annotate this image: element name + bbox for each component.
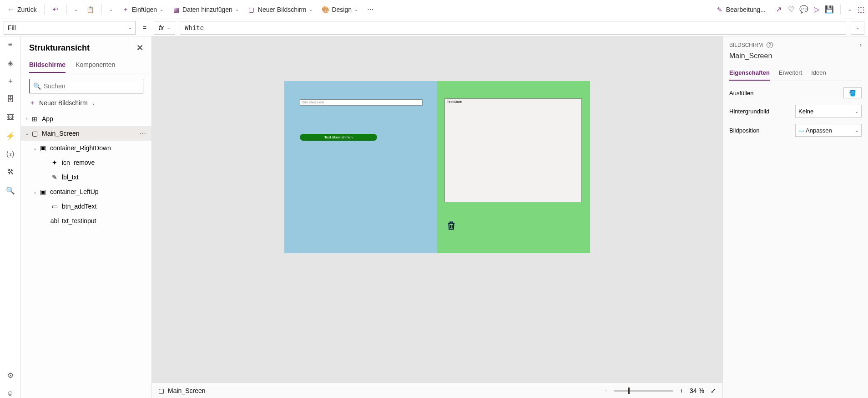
design-label: Design <box>332 6 352 13</box>
back-button[interactable]: ← Zurück <box>4 4 40 15</box>
settings-icon[interactable]: ⚙ <box>6 371 15 380</box>
play-icon[interactable]: ▷ <box>813 6 820 13</box>
zoom-in-icon[interactable]: + <box>680 387 683 394</box>
ellipsis-icon: ⋯ <box>367 6 373 13</box>
tree-item-main-screen[interactable]: ⌄ ▢ Main_Screen ⋯ <box>21 126 151 141</box>
more-icon[interactable]: ⋯ <box>140 130 146 137</box>
btn-addtext-preview[interactable]: Text übernehmen <box>300 134 377 141</box>
textinput-icon: abl <box>51 217 58 225</box>
data-icon: ▦ <box>172 6 180 13</box>
help-icon[interactable]: ? <box>767 42 773 48</box>
add-data-button[interactable]: ▦ Daten hinzufügen ⌄ <box>169 4 242 15</box>
tree-search[interactable]: 🔍 <box>29 79 143 93</box>
chevron-down-icon: ⌄ <box>309 7 313 12</box>
tree-item-label: App <box>42 115 53 122</box>
tree-item-txt-testinput[interactable]: abl txt_testinput <box>21 214 151 228</box>
chevron-down-icon: ⌄ <box>160 7 163 12</box>
prop-bgimage-label: Hintergrundbild <box>729 108 769 115</box>
tree-item-label: btn_addText <box>62 203 96 210</box>
tree-title: Strukturansicht <box>29 43 90 53</box>
tools-icon[interactable]: 🛠 <box>6 168 15 177</box>
fit-icon: ▭ <box>798 127 804 134</box>
variables-icon[interactable]: (𝑥) <box>6 149 15 158</box>
data-icon[interactable]: 🗄 <box>6 95 15 104</box>
zoom-slider[interactable] <box>614 390 673 392</box>
tree-view-icon[interactable]: ◈ <box>6 58 15 67</box>
share-icon[interactable]: ↗ <box>775 6 782 13</box>
new-screen-tree-button[interactable]: ＋ Neuer Bildschirm ⌄ <box>29 99 143 107</box>
trash-icon[interactable] <box>446 219 456 232</box>
tree-item-label: icn_remove <box>62 159 95 166</box>
tree-item-label: container_RightDown <box>50 144 111 152</box>
power-automate-icon[interactable]: ⚡ <box>6 131 15 140</box>
close-icon[interactable]: ✕ <box>136 43 143 53</box>
prop-fill-label: Ausfüllen <box>729 90 753 97</box>
canvas-viewport[interactable]: Gib etwas ein Text übernehmen TextStart: <box>152 36 722 383</box>
container-leftup-preview[interactable]: Gib etwas ein Text übernehmen <box>284 81 437 253</box>
txt-testinput-preview[interactable]: Gib etwas ein <box>300 99 423 106</box>
zoom-thumb[interactable] <box>628 388 630 394</box>
chevron-down-icon[interactable]: ⌄ <box>848 7 852 12</box>
paste-button[interactable]: 📋 <box>83 4 98 15</box>
container-rightdown-preview[interactable]: TextStart: <box>437 81 590 253</box>
paste-dropdown[interactable]: ⌄ <box>106 5 116 14</box>
plus-icon: ＋ <box>29 99 35 107</box>
chevron-down-icon: ⌄ <box>33 189 37 194</box>
tree-item-btn-addtext[interactable]: ▭ btn_addText <box>21 199 151 214</box>
app-icon: ⊞ <box>31 115 38 122</box>
virtual-agent-icon[interactable]: ☺ <box>6 389 15 398</box>
lbl-txt-preview[interactable]: TextStart: <box>444 98 582 202</box>
tree-search-input[interactable] <box>44 82 139 90</box>
media-icon[interactable]: 🖼 <box>6 113 15 122</box>
fill-color-picker[interactable]: 🪣 <box>843 87 862 98</box>
img-position-select[interactable]: ▭ Anpassen ⌄ <box>795 124 862 137</box>
edit-mode-button[interactable]: ✎ Bearbeitung... <box>712 4 769 15</box>
design-button[interactable]: 🎨 Design ⌄ <box>318 4 362 15</box>
hamburger-icon[interactable]: ≡ <box>6 40 15 49</box>
checker-icon[interactable]: ♡ <box>787 6 795 13</box>
equals-sign: = <box>140 24 149 31</box>
tree-item-container-left[interactable]: ⌄ ▣ container_LeftUp <box>21 184 151 199</box>
tree-item-lbl-txt[interactable]: ✎ lbl_txt <box>21 170 151 184</box>
canvas-area: Gib etwas ein Text übernehmen TextStart:… <box>152 36 722 398</box>
tree-item-icn-remove[interactable]: ✦ icn_remove <box>21 155 151 170</box>
fit-screen-icon[interactable]: ⤢ <box>711 387 716 394</box>
props-tab-ideas[interactable]: Ideen <box>811 66 826 81</box>
tab-components[interactable]: Komponenten <box>76 57 115 73</box>
bg-image-select[interactable]: Keine ⌄ <box>795 105 862 117</box>
footer-screen-name: Main_Screen <box>168 387 206 394</box>
tree-item-app[interactable]: › ⊞ App <box>21 112 151 126</box>
search-icon[interactable]: 🔍 <box>6 186 15 195</box>
publish-icon[interactable]: ⬚ <box>857 6 864 13</box>
top-toolbar: ← Zurück ↶ ⌄ 📋 ⌄ ＋ Einfügen ⌄ ▦ Daten hi… <box>0 0 868 19</box>
comments-icon[interactable]: 💬 <box>800 6 807 13</box>
insert-button[interactable]: ＋ Einfügen ⌄ <box>118 4 167 15</box>
screen-icon: ▢ <box>31 130 38 137</box>
formula-bar: Fill ⌄ = fx ⌄ ⌄ <box>0 19 868 36</box>
paint-bucket-icon: 🪣 <box>849 90 856 97</box>
props-tab-advanced[interactable]: Erweitert <box>779 66 802 81</box>
app-screen-preview[interactable]: Gib etwas ein Text übernehmen TextStart: <box>284 81 590 253</box>
props-tab-properties[interactable]: Eigenschaften <box>729 66 770 81</box>
chevron-down-icon: ⌄ <box>855 128 858 133</box>
insert-icon[interactable]: ＋ <box>6 77 15 86</box>
insert-label: Einfügen <box>132 6 157 13</box>
fx-indicator[interactable]: fx ⌄ <box>154 21 175 35</box>
more-button[interactable]: ⋯ <box>363 4 377 15</box>
zoom-out-icon[interactable]: − <box>604 387 608 394</box>
property-selector[interactable]: Fill ⌄ <box>4 21 136 35</box>
formula-expand-button[interactable]: ⌄ <box>851 21 864 35</box>
undo-button[interactable]: ↶ <box>48 4 63 15</box>
chevron-right-icon: › <box>25 117 29 122</box>
tree-item-container-right[interactable]: ⌄ ▣ container_RightDown <box>21 141 151 155</box>
screen-icon: ▢ <box>158 387 164 394</box>
back-label: Zurück <box>17 6 37 13</box>
formula-input[interactable] <box>180 21 846 35</box>
undo-dropdown[interactable]: ⌄ <box>71 5 81 14</box>
save-icon[interactable]: 💾 <box>826 6 833 13</box>
chevron-right-icon[interactable]: › <box>860 42 862 48</box>
container-icon: ▣ <box>39 144 46 152</box>
tree-item-label: txt_testinput <box>62 217 96 225</box>
new-screen-button[interactable]: ▢ Neuer Bildschirm ⌄ <box>244 4 317 15</box>
tab-screens[interactable]: Bildschirme <box>29 57 66 73</box>
